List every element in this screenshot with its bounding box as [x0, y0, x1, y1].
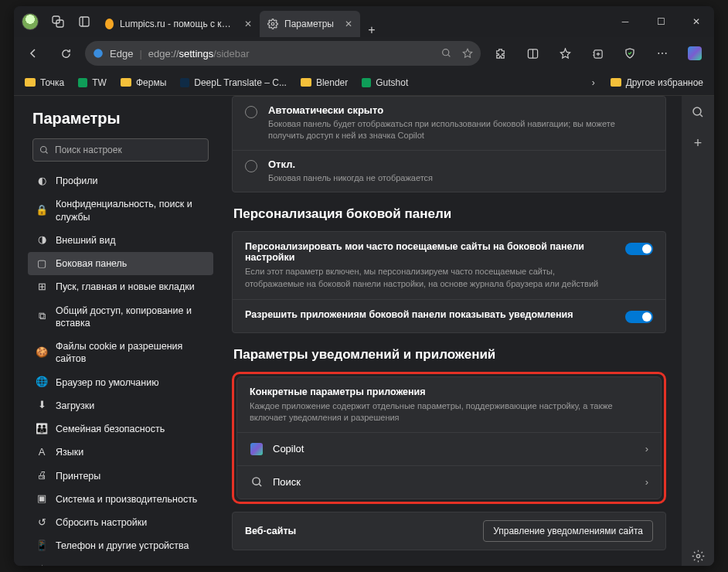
- settings-main-panel: Автоматически скрыто Боковая панель буде…: [221, 96, 682, 566]
- close-icon[interactable]: ✕: [345, 19, 352, 29]
- workspaces-icon[interactable]: [51, 15, 65, 29]
- svg-rect-2: [80, 17, 89, 26]
- new-tab-button[interactable]: +: [360, 23, 383, 37]
- bookmark-label: DeepL Translate – C...: [194, 77, 287, 88]
- back-button[interactable]: [20, 40, 46, 66]
- specific-settings-header: Конкретные параметры приложения Каждое п…: [237, 377, 661, 433]
- address-bar[interactable]: Edge | edge://settings/sidebar: [85, 41, 481, 66]
- nav-item-8[interactable]: ⬇Загрузки: [28, 394, 213, 417]
- bookmark-item[interactable]: Gutshot: [357, 75, 413, 90]
- sheet-icon: [78, 78, 87, 87]
- websites-label: Веб-сайты: [245, 526, 483, 536]
- more-menu-icon[interactable]: ⋯: [649, 40, 675, 66]
- nav-label: Браузер по умолчанию: [56, 376, 206, 389]
- nav-label: Профили: [56, 175, 206, 187]
- sidebar-search-icon[interactable]: [688, 102, 708, 122]
- nav-icon: 📱: [36, 540, 48, 552]
- favorite-icon[interactable]: [462, 48, 473, 59]
- nav-item-4[interactable]: ⊞Пуск, главная и новые вкладки: [28, 275, 213, 298]
- window-controls: ─ ☐ ✕: [607, 6, 714, 37]
- nav-item-9[interactable]: 👪Семейная безопасность: [28, 417, 213, 441]
- nav-icon: ⧉: [36, 311, 48, 323]
- sidebar-add-icon[interactable]: +: [688, 133, 708, 153]
- specific-title: Конкретные параметры приложения: [250, 386, 648, 397]
- nav-label: Сбросить настройки: [56, 516, 206, 529]
- nav-item-3[interactable]: ▢Боковая панель: [28, 252, 213, 275]
- url-protocol: edge://: [148, 48, 179, 60]
- nav-item-2[interactable]: ◑Внешний вид: [28, 229, 213, 252]
- bookmarks-overflow-icon[interactable]: ›: [586, 77, 601, 88]
- tab-lumpics[interactable]: Lumpics.ru - помощь с компьют… ✕: [97, 11, 260, 37]
- nav-item-6[interactable]: 🍪Файлы cookie и разрешения сайтов: [28, 335, 213, 371]
- close-window-button[interactable]: ✕: [679, 6, 714, 37]
- nav-label: Специальные возможности: [56, 563, 206, 567]
- bookmark-label: Gutshot: [376, 77, 408, 88]
- search-icon: [250, 475, 264, 489]
- toggle-switch[interactable]: [625, 243, 653, 255]
- nav-item-0[interactable]: ◐Профили: [28, 169, 213, 192]
- nav-item-13[interactable]: ↺Сбросить настройки: [28, 511, 213, 534]
- manage-notifications-button[interactable]: Управление уведомлениями сайта: [483, 520, 653, 542]
- other-bookmarks[interactable]: Другое избранное: [606, 75, 708, 90]
- nav-label: Пуск, главная и новые вкладки: [56, 281, 206, 293]
- nav-icon: ⊞: [36, 281, 48, 293]
- browser-window: Lumpics.ru - помощь с компьют… ✕ Парамет…: [14, 6, 714, 566]
- nav-icon: 🍪: [36, 346, 48, 359]
- nav-item-14[interactable]: 📱Телефон и другие устройства: [28, 534, 213, 557]
- nav-label: Телефон и другие устройства: [56, 540, 206, 552]
- folder-icon: [611, 78, 621, 87]
- collections-icon[interactable]: [584, 40, 611, 66]
- refresh-button[interactable]: [53, 40, 79, 66]
- settings-search-input[interactable]: Поиск настроек: [32, 138, 209, 162]
- section-heading-personalize: Персонализация боковой панели: [233, 206, 666, 222]
- favorites-icon[interactable]: [552, 40, 578, 66]
- radio-desc: Боковая панель будет отображаться при ис…: [268, 118, 653, 142]
- bookmark-item[interactable]: Blender: [296, 75, 352, 90]
- nav-item-12[interactable]: ▣Система и производительность: [28, 488, 213, 511]
- nav-icon: ✦: [36, 563, 48, 566]
- nav-item-10[interactable]: AЯзыки: [28, 441, 213, 464]
- nav-item-1[interactable]: 🔒Конфиденциальность, поиск и службы: [28, 192, 213, 229]
- bookmark-label: Точка: [40, 77, 64, 88]
- copilot-icon[interactable]: [682, 40, 708, 66]
- sidebar-settings-icon[interactable]: [688, 546, 708, 566]
- search-in-page-icon[interactable]: [441, 48, 451, 59]
- nav-item-15[interactable]: ✦Специальные возможности: [28, 558, 213, 567]
- folder-icon: [301, 78, 311, 87]
- toggle-switch[interactable]: [625, 311, 653, 323]
- svg-point-5: [94, 49, 103, 58]
- settings-icon: [267, 19, 278, 29]
- maximize-button[interactable]: ☐: [643, 6, 679, 37]
- close-icon[interactable]: ✕: [244, 19, 252, 29]
- split-screen-icon[interactable]: [519, 40, 546, 66]
- nav-item-5[interactable]: ⧉Общий доступ, копирование и вставка: [28, 299, 213, 335]
- bookmark-item[interactable]: TW: [73, 75, 111, 90]
- profile-avatar[interactable]: [22, 13, 39, 30]
- app-row-search[interactable]: Поиск ›: [237, 466, 661, 499]
- bookmark-item[interactable]: Точка: [20, 75, 69, 90]
- radio-auto-hide[interactable]: Автоматически скрыто Боковая панель буде…: [233, 97, 665, 151]
- nav-label: Загрузки: [56, 400, 206, 412]
- bookmark-item[interactable]: Фермы: [116, 75, 171, 90]
- minimize-button[interactable]: ─: [607, 6, 643, 37]
- tab-settings[interactable]: Параметры ✕: [260, 11, 360, 37]
- radio-off[interactable]: Откл. Боковая панель никогда не отобража…: [233, 151, 665, 192]
- copilot-icon: [250, 442, 264, 456]
- sheet-icon: [362, 78, 371, 87]
- url-host: settings: [179, 48, 214, 60]
- vertical-tabs-icon[interactable]: [77, 15, 91, 29]
- nav-item-7[interactable]: 🌐Браузер по умолчанию: [28, 371, 213, 394]
- app-row-copilot[interactable]: Copilot ›: [237, 433, 661, 466]
- bookmark-item[interactable]: DeepL Translate – C...: [175, 75, 291, 90]
- extensions-icon[interactable]: [487, 40, 513, 66]
- nav-item-11[interactable]: 🖨Принтеры: [28, 465, 213, 488]
- nav-icon: ⬇: [36, 400, 48, 412]
- bookmarks-bar: Точка TW Фермы DeepL Translate – C... Bl…: [14, 70, 714, 96]
- toggle-personalize-sites: Персонализировать мои часто посещаемые с…: [233, 232, 665, 300]
- tab-label: Lumpics.ru - помощь с компьют…: [120, 19, 233, 29]
- browser-essentials-icon[interactable]: [617, 40, 643, 66]
- nav-label: Принтеры: [56, 470, 206, 482]
- tab-label: Параметры: [284, 19, 334, 29]
- folder-icon: [121, 78, 131, 87]
- bookmark-label: Фермы: [136, 77, 166, 88]
